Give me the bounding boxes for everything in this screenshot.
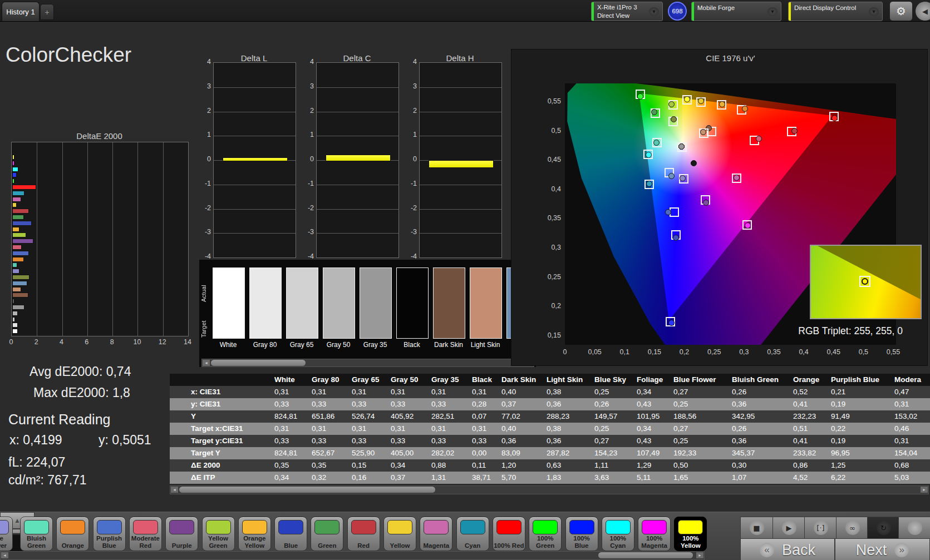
table-cell: 0,26 [732,423,793,435]
patch-color-chip [387,520,412,534]
table-scrollbar[interactable]: ◄ ► [170,485,929,494]
meter-dropdown-direct-display-control[interactable]: Direct Display Control▼ [788,2,883,21]
table-cell: 0,31 [352,423,391,435]
scrollbar-thumb[interactable] [211,360,306,366]
patch-button-yellow-green[interactable]: Yellow Green [202,517,235,551]
collapse-panel-icon[interactable]: ◀ [915,1,930,21]
scrollbar-thumb[interactable] [179,487,435,493]
patch-button-cyan[interactable]: Cyan [456,517,489,551]
patch-button-label: Yellow [385,542,415,549]
back-chevron-icon: « [760,543,774,557]
cie-x-tick: 0,45 [823,348,845,356]
measured-marker-100-yellow [684,96,690,102]
patch-button-100-cyan[interactable]: 100% Cyan [602,517,634,551]
table-cell: 0,88 [431,459,472,472]
meter-dropdown-mobile-forge[interactable]: Mobile Forge▼ [691,2,781,21]
scroll-right-icon[interactable]: ► [921,487,928,493]
strip-swatch-label: Black [392,341,432,350]
scroll-right-icon[interactable]: ► [696,552,703,558]
gridline [214,185,296,185]
cie-y-tick: 0,2 [538,302,561,310]
table-cell: 282,02 [431,447,472,459]
table-cell: 288,23 [547,410,594,423]
tab-history-1[interactable]: History 1 [2,2,40,21]
patch-button-orange-yellow[interactable]: Orange Yellow [238,517,271,551]
patch-color-chip [314,520,339,534]
swatch-strip-scrollbar[interactable]: ◄ ► [201,359,534,367]
column-header-dark-skin: Dark Skin [501,374,547,386]
cie-x-tick: 0,2 [673,348,696,356]
patch-bar-scrollbar[interactable]: ◄ ► [0,551,705,560]
measured-marker-moderate-red [756,136,762,142]
scrollbar-thumb[interactable] [598,552,693,558]
meter-dropdown-x-rite-i1pro-3[interactable]: X-Rite i1Pro 3Direct View▼ [591,2,663,21]
patch-button-bluish-green[interactable]: Bluish Green [20,517,53,551]
patch-button-label: 100% Red [494,542,524,549]
gridline [214,209,296,210]
y-tick-label: 3 [404,82,417,90]
gear-icon[interactable]: ⚙ [889,1,913,21]
scroll-left-icon[interactable]: ◄ [203,360,210,366]
chevron-down-icon[interactable]: ▼ [767,7,778,16]
rgb-triplet-readout: RGB Triplet: 255, 255, 0 [774,325,903,337]
table-cell: 287,82 [547,447,594,459]
y-tick-label: -4 [301,252,314,260]
loop-button[interactable]: ∞ [836,517,869,539]
strip-swatch-label: White [208,341,248,350]
table-cell: 0,63 [547,459,594,472]
table-cell: 0,33 [274,398,312,410]
table-cell: 0,21 [831,386,894,398]
step-button[interactable]: [·] [804,517,837,539]
patch-button-purple[interactable]: Purple [165,517,198,551]
delta-bar [429,160,494,168]
table-cell: 0,25 [673,435,732,447]
scroll-left-icon[interactable]: ◄ [1,552,8,558]
table-cell: 0,41 [793,398,831,410]
patch-button-purplish-blue[interactable]: Purplish Blue [93,517,126,551]
gridline [420,209,501,210]
gridline [112,142,113,336]
patch-button-100-yellow[interactable]: 100% Yellow [674,517,707,551]
gridline [214,112,296,112]
patch-button-100-blue[interactable]: 100% Blue [565,517,598,551]
patch-button-blue-flower[interactable]: Blue Flower [0,517,13,551]
patch-button-100-green[interactable]: 100% Green [529,517,562,551]
play-button[interactable]: ▶ [772,517,805,539]
table-cell: 0,34 [637,386,673,398]
patch-color-chip [133,520,158,534]
stop-button[interactable]: ■ [740,517,773,539]
patch-button-100-magenta[interactable]: 100% Magenta [638,517,671,551]
next-button[interactable]: Next » [835,538,930,560]
chevron-down-icon[interactable]: ▼ [869,7,879,16]
x-tick-label: 4 [56,338,67,346]
patch-button-blue[interactable]: Blue [274,517,307,551]
patch-button-100-red[interactable]: 100% Red [493,517,525,551]
gridline [317,209,398,210]
back-button[interactable]: « Back [740,538,835,560]
new-tab-button[interactable]: + [40,4,54,20]
chevron-down-icon[interactable]: ▼ [649,7,659,16]
table-cell: 824,81 [274,447,312,459]
measurement-count-badge[interactable]: 698 [668,2,687,21]
table-cell: 0,31 [391,386,431,398]
table-cell: 0,36 [547,398,594,410]
blank-button[interactable] [898,517,930,539]
table-cell: 342,95 [732,410,793,423]
step-icon: [·] [814,521,828,535]
patch-button-moderate-red[interactable]: Moderate Red [129,517,162,551]
table-cell: 824,81 [274,410,312,423]
gridline [420,136,501,136]
patch-button-orange[interactable]: Orange [56,517,89,551]
gridline [37,142,37,336]
refresh-button[interactable]: ↻ [867,517,900,539]
cie-chart-title: CIE 1976 u'v' [565,53,896,63]
patch-button-yellow[interactable]: Yellow [383,517,416,551]
scroll-left-icon[interactable]: ◄ [171,487,178,493]
patch-button-label: Orange [57,542,88,549]
strip-swatch-gray-80 [249,267,282,339]
y-tick-label: -2 [198,204,211,212]
patch-button-red[interactable]: Red [347,517,380,551]
patch-button-magenta[interactable]: Magenta [420,517,452,551]
x-tick-label: 0 [6,338,17,346]
patch-button-green[interactable]: Green [311,517,343,551]
